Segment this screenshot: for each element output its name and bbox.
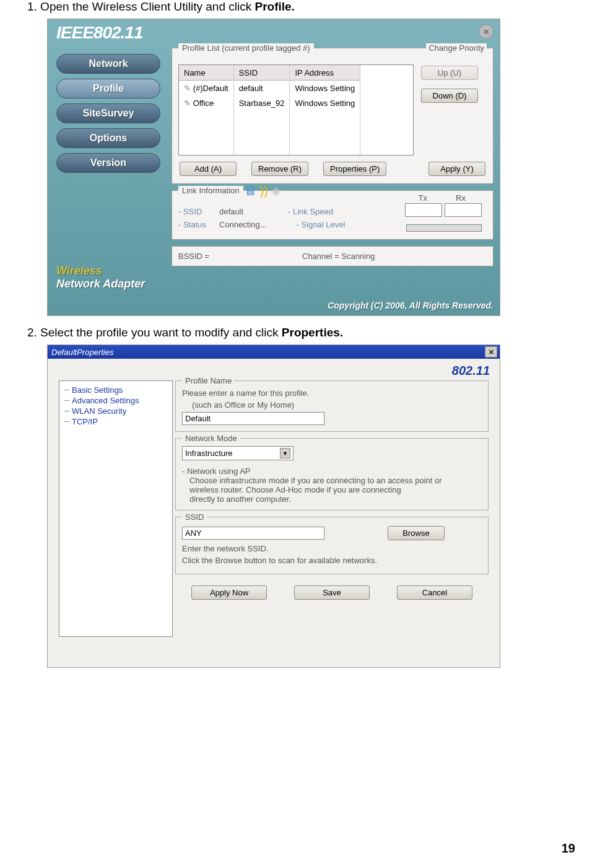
profile-name-group: Profile Name Please enter a name for thi…: [175, 380, 489, 432]
network-mode-sub2: wireless router. Choose Ad-Hoc mode if y…: [189, 485, 482, 494]
profile-name-input[interactable]: [182, 412, 324, 425]
down-button[interactable]: Down (D): [421, 89, 478, 103]
properties-button[interactable]: Properties (P): [323, 162, 386, 176]
browse-button[interactable]: Browse: [388, 526, 445, 540]
table-header[interactable]: Name SSID IP Address: [179, 65, 360, 81]
tree-item-wlan[interactable]: WLAN Security: [63, 406, 168, 416]
table-row[interactable]: ✎ (#)Default defaultWindows Setting: [179, 81, 360, 96]
apply-button[interactable]: Apply (Y): [428, 162, 485, 176]
signal-label: - Signal Level: [297, 220, 346, 229]
link-info-title: Link Information: [178, 186, 243, 195]
bssid-bar: BSSID = Channel = Scanning: [172, 246, 493, 266]
ssid-hint1: Enter the network SSID.: [182, 544, 482, 553]
dialog-title: DefaultProperties: [51, 348, 113, 357]
dialog-titlebar: DefaultProperties ✕: [48, 345, 500, 359]
ssid-input[interactable]: [182, 527, 324, 540]
screenshot-2: DefaultProperties ✕ 802.11 Basic Setting…: [47, 344, 500, 668]
signal-level-bar: [406, 224, 482, 232]
txrx-boxes: [405, 203, 482, 217]
profile-name-hint2: (such as Office or My Home): [192, 400, 482, 410]
settings-tree[interactable]: Basic Settings Advanced Settings WLAN Se…: [59, 380, 173, 637]
tree-item-basic[interactable]: Basic Settings: [63, 385, 168, 395]
tree-item-advanced[interactable]: Advanced Settings: [63, 395, 168, 406]
txrx-labels: TxRx: [419, 193, 466, 203]
nav-version[interactable]: Version: [56, 153, 160, 173]
table-row[interactable]: [179, 140, 360, 155]
ssid-value: default: [219, 207, 243, 216]
nav-options[interactable]: Options: [56, 128, 160, 148]
apply-now-button[interactable]: Apply Now: [191, 585, 267, 600]
channel-label: Channel = Scanning: [302, 252, 375, 261]
profile-list-title: Profile List (current profile tagged #): [178, 43, 314, 53]
chevron-down-icon[interactable]: ▼: [280, 448, 290, 458]
linkspeed-label: - Link Speed: [288, 207, 333, 216]
tree-item-tcpip[interactable]: TCP/IP: [63, 416, 168, 427]
ssid-legend: SSID: [182, 512, 207, 522]
status-value: Connecting...: [219, 220, 267, 229]
network-mode-select[interactable]: Infrastructure▼: [182, 446, 293, 460]
network-mode-sub1: Choose infrastructure mode if you are co…: [189, 476, 482, 485]
network-mode-note: - Network using AP: [182, 467, 482, 476]
link-info-group: Link Information 🖥 )) ◈ TxRx - SSID defa…: [172, 190, 493, 240]
table-row[interactable]: [179, 110, 360, 125]
remove-button[interactable]: Remove (R): [251, 162, 308, 176]
close-icon[interactable]: ✕: [479, 24, 493, 39]
wireless-adapter-label: WirelessNetwork Adapter: [56, 265, 145, 291]
nav-profile[interactable]: Profile: [56, 79, 160, 99]
change-priority-label: Change Priority: [426, 43, 487, 53]
profile-name-hint1: Please enter a name for this profile.: [182, 388, 482, 398]
profile-list-group: Profile List (current profile tagged #) …: [172, 48, 493, 184]
nav-sitesurvey[interactable]: SiteSurvey: [56, 103, 160, 123]
ssid-hint2: Click the Browse button to scan for avai…: [182, 556, 482, 565]
logo-ieee80211: IEEE802.11: [56, 23, 142, 43]
ssid-label: - SSID: [178, 207, 212, 216]
step-1: 1. Open the Wireless Client Utility and …: [25, 0, 575, 14]
up-button[interactable]: Up (U): [421, 66, 478, 80]
save-button[interactable]: Save: [294, 585, 370, 600]
add-button[interactable]: Add (A): [180, 162, 237, 176]
cancel-button[interactable]: Cancel: [397, 585, 472, 600]
status-label: - Status: [178, 220, 212, 229]
profile-table[interactable]: Name SSID IP Address ✎ (#)Default defaul…: [178, 64, 414, 156]
col-ssid[interactable]: SSID: [233, 65, 290, 81]
brand-80211: 802.11: [48, 359, 500, 380]
sidebar-nav: Network Profile SiteSurvey Options Versi…: [56, 54, 160, 173]
network-mode-legend: Network Mode: [182, 434, 240, 443]
table-row[interactable]: [179, 125, 360, 140]
table-row[interactable]: ✎ Office Starbase_92Windows Setting: [179, 95, 360, 110]
page-number: 19: [562, 841, 575, 856]
col-name[interactable]: Name: [179, 65, 233, 81]
network-mode-group: Network Mode Infrastructure▼ - Network u…: [175, 438, 489, 511]
nav-network[interactable]: Network: [56, 54, 160, 74]
copyright-text: Copyright (C) 2006, All Rights Reserved.: [328, 300, 493, 310]
bssid-label: BSSID =: [178, 252, 302, 261]
close-icon[interactable]: ✕: [485, 346, 497, 357]
ssid-group: SSID Browse Enter the network SSID. Clic…: [175, 517, 489, 574]
link-info-icons: 🖥 )) ◈: [244, 183, 280, 198]
network-mode-sub3: directly to another computer.: [189, 494, 482, 504]
step-2: 2. Select the profile you want to modify…: [25, 326, 575, 340]
col-ip[interactable]: IP Address: [290, 65, 360, 81]
screenshot-1: IEEE802.11 ✕ Network Profile SiteSurvey …: [47, 19, 500, 316]
profile-name-legend: Profile Name: [182, 376, 235, 385]
